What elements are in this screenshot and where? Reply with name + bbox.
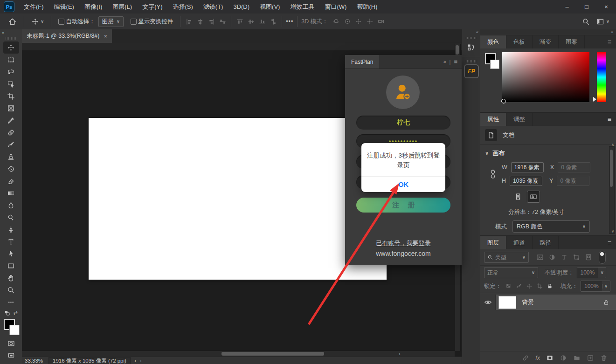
tab-swatches[interactable]: 色板 [506, 35, 533, 48]
history-panel-button[interactable] [465, 41, 478, 54]
tool-type[interactable] [3, 235, 19, 247]
filter-shape-layers-icon[interactable] [573, 254, 580, 261]
zoom-level[interactable]: 33.33% [25, 358, 43, 364]
tool-brush[interactable] [3, 138, 19, 151]
add-mask-icon[interactable] [546, 354, 554, 362]
scroll-down-icon[interactable]: ∨ [611, 229, 614, 234]
tab-paths[interactable]: 路径 [533, 236, 559, 249]
width-input[interactable]: 1916 像素 [511, 162, 544, 172]
workspace-switcher-button[interactable]: ∨ [596, 18, 609, 26]
panel-menu-icon[interactable]: ≡ [608, 113, 616, 126]
3d-orbit-icon[interactable] [332, 17, 341, 26]
auto-select-target-dropdown[interactable]: 图层 ∨ [98, 16, 124, 27]
login-link[interactable]: 已有账号，我要登录 [345, 239, 462, 247]
panel-grip[interactable] [466, 37, 477, 39]
align-bottom-button[interactable] [257, 17, 267, 26]
layer-thumbnail[interactable] [498, 296, 516, 309]
portrait-orientation-button[interactable] [512, 191, 524, 202]
tool-object-selection[interactable] [3, 78, 19, 90]
new-layer-icon[interactable] [587, 354, 594, 362]
ok-button[interactable]: OK [361, 176, 445, 192]
panel-menu-icon[interactable]: ≡ [608, 35, 616, 48]
status-collapse-icon[interactable]: ‹ [140, 357, 142, 364]
3d-slide-icon[interactable] [365, 17, 374, 26]
color-field-marker[interactable] [501, 99, 506, 103]
menu-item-file[interactable]: 文件(F) [19, 0, 49, 14]
fill-input[interactable]: 100% ∨ [581, 281, 610, 292]
tab-patterns[interactable]: 图案 [559, 35, 585, 48]
tool-move[interactable] [3, 41, 19, 54]
properties-scrollbar-thumb[interactable] [610, 150, 613, 187]
panel-menu-icon[interactable]: ≡ [608, 236, 616, 249]
x-input[interactable]: 0 像素 [558, 162, 590, 172]
color-field[interactable] [502, 52, 589, 102]
tab-gradients[interactable]: 渐变 [533, 35, 559, 48]
username-field[interactable]: 柠七 [356, 116, 450, 130]
layer-visibility-toggle[interactable] [480, 295, 496, 310]
tool-eyedropper[interactable] [3, 114, 19, 126]
tool-dodge[interactable] [3, 211, 19, 223]
align-right-button[interactable] [207, 17, 216, 26]
background-color-swatch[interactable] [9, 325, 20, 335]
panel-collapse-icon[interactable]: » [443, 59, 446, 64]
align-left-button[interactable] [184, 17, 194, 26]
blend-mode-dropdown[interactable]: 正常 ∨ [484, 267, 538, 278]
distribute-v-button[interactable] [269, 17, 278, 26]
horizontal-scrollbar[interactable]: › [22, 350, 455, 357]
default-colors-button[interactable] [4, 310, 10, 316]
tool-gradient[interactable] [3, 187, 19, 199]
quick-mask-button[interactable] [3, 337, 19, 350]
tab-close-icon[interactable]: × [104, 33, 107, 40]
horizontal-scrollbar-thumb[interactable] [221, 352, 324, 356]
hue-slider-marker[interactable] [593, 97, 596, 102]
3d-roll-icon[interactable] [343, 17, 352, 26]
maximize-button[interactable]: □ [577, 0, 596, 14]
filter-pixel-layers-icon[interactable] [536, 254, 544, 261]
3d-camera-icon[interactable] [376, 17, 386, 26]
add-adjustment-icon[interactable] [560, 354, 567, 362]
menu-item-plugins[interactable]: 增效工具 [285, 0, 319, 14]
menu-item-edit[interactable]: 编辑(E) [49, 0, 79, 14]
canvas[interactable] [89, 118, 387, 280]
align-center-h-button[interactable] [195, 17, 205, 26]
tool-marquee[interactable] [3, 54, 19, 66]
swap-colors-button[interactable]: ⇄ [13, 310, 17, 316]
tab-layers[interactable]: 图层 [480, 236, 506, 249]
menu-item-3d[interactable]: 3D(D) [228, 0, 255, 14]
vertical-scrollbar-thumb[interactable] [456, 45, 459, 55]
delete-layer-icon[interactable] [600, 354, 608, 362]
menu-item-type[interactable]: 文字(Y) [137, 0, 167, 14]
tab-adjustments[interactable]: 调整 [506, 113, 533, 126]
menu-item-help[interactable]: 帮助(H) [352, 0, 382, 14]
link-layers-icon[interactable] [522, 354, 529, 362]
toolbar-grip[interactable] [6, 37, 17, 40]
hue-slider[interactable] [597, 52, 606, 102]
menu-item-view[interactable]: 视图(V) [255, 0, 285, 14]
height-input[interactable]: 1035 像素 [510, 176, 542, 186]
lock-all-icon[interactable] [547, 283, 553, 289]
menu-item-select[interactable]: 选择(S) [167, 0, 198, 14]
dock-expand-button[interactable]: « [462, 29, 481, 35]
search-button[interactable] [582, 18, 590, 26]
tool-pen[interactable] [3, 223, 19, 235]
opacity-input[interactable]: 100% ∨ [577, 267, 607, 278]
menu-item-layer[interactable]: 图层(L) [107, 0, 137, 14]
lock-position-icon[interactable] [526, 283, 533, 289]
lock-transparency-icon[interactable] [505, 283, 512, 289]
tool-crop[interactable] [3, 90, 19, 102]
filter-type-layers-icon[interactable] [561, 254, 568, 261]
y-input[interactable]: 0 像素 [557, 176, 589, 186]
filter-smart-objects-icon[interactable] [585, 254, 592, 261]
show-transform-checkbox[interactable]: 显示变换控件 [127, 18, 176, 26]
landscape-orientation-button[interactable] [527, 191, 540, 203]
minimize-button[interactable]: – [557, 0, 577, 14]
align-top-button[interactable] [235, 17, 244, 26]
document-tab[interactable]: 未标题-1 @ 33.3%(RGB/8#) × [22, 29, 112, 43]
properties-scrollbar[interactable] [609, 146, 615, 234]
chevron-down-icon[interactable]: ∨ [485, 151, 489, 156]
layer-style-button[interactable]: fx [535, 355, 540, 361]
tool-spot-healing[interactable] [3, 126, 19, 138]
layer-filter-dropdown[interactable]: 类型 ∨ [484, 252, 529, 263]
home-button[interactable] [5, 17, 20, 26]
tab-channels[interactable]: 通道 [506, 236, 533, 249]
